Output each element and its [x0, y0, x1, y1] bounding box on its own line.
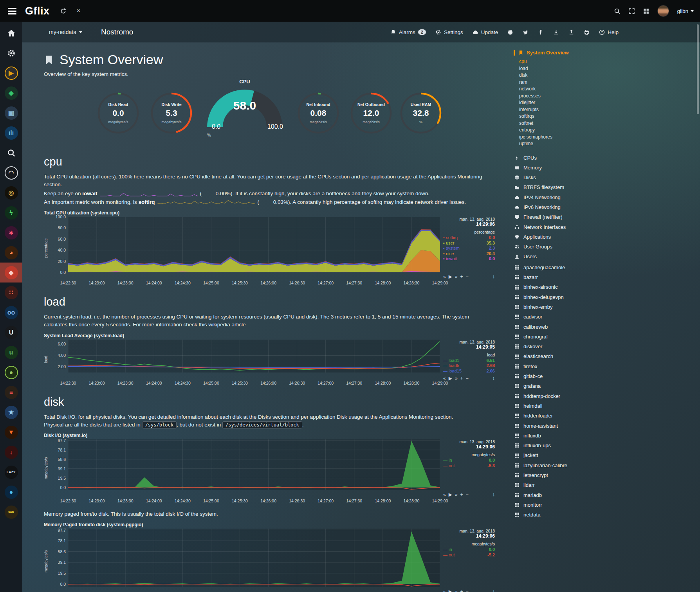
sidebar-app-hddtemp-docker[interactable]: hddtemp-docker — [514, 391, 686, 401]
chart-zoom-in-button[interactable]: + — [460, 376, 463, 381]
sidebar-app-diskover[interactable]: diskover — [514, 342, 686, 351]
netdata-nav-upload[interactable] — [568, 29, 574, 35]
sidebar-section-network-interfaces[interactable]: Network Interfaces — [514, 222, 686, 232]
chart-plot-area[interactable] — [68, 529, 440, 587]
sidebar-app-firefox[interactable]: firefox — [514, 362, 686, 371]
netdata-nav-settings[interactable]: Settings — [435, 29, 463, 35]
sidebar-section-user-groups[interactable]: User Groups — [514, 242, 686, 252]
sidebar-app-search-app[interactable] — [0, 143, 22, 163]
chart-resize-handle[interactable]: ↕ — [493, 588, 495, 592]
chart-zoom-out-button[interactable]: − — [466, 589, 469, 592]
legend-item-in[interactable]: — in0.0 — [443, 458, 495, 463]
legend-item-out[interactable]: — out-5.2 — [443, 552, 495, 558]
netdata-nav-twitter[interactable] — [523, 29, 529, 35]
sidebar-app-chronograf[interactable]: chronograf — [514, 332, 686, 342]
netdata-nav-download[interactable] — [553, 29, 559, 35]
sidebar-app-bolt-app[interactable]: ϟ — [0, 203, 22, 223]
sidebar-app-orange-swirl-app[interactable]: ◕ — [0, 243, 22, 263]
chart-pan-backward-button[interactable]: « — [443, 589, 446, 592]
chart-pan-backward-button[interactable]: « — [443, 376, 446, 381]
sidebar-app-sabnzbd[interactable]: sab — [0, 502, 22, 522]
chart-resize-handle[interactable]: ↕ — [493, 274, 495, 279]
sidebar-sub-idlejitter[interactable]: idlejitter — [519, 99, 686, 106]
sidebar-app-tautulli[interactable]: ▶ — [0, 63, 22, 83]
sidebar-app-settings[interactable] — [0, 43, 22, 63]
netdata-nav-help[interactable]: ?Help — [599, 29, 619, 35]
sidebar-app-unraid[interactable]: U — [0, 322, 22, 342]
sidebar-app-cadvisor[interactable]: cadvisor — [514, 312, 686, 322]
sidebar-app-lazylibrarian[interactable]: LAZY — [0, 462, 22, 482]
server-dropdown[interactable]: my-netdata — [49, 29, 82, 35]
netdata-nav-update[interactable]: Update — [473, 29, 498, 35]
sidebar-app-binhex-airsonic[interactable]: binhex-airsonic — [514, 282, 686, 292]
sidebar-app-pihole[interactable]: ◈ — [0, 263, 22, 283]
fullscreen-button[interactable] — [628, 8, 635, 14]
sidebar-app-apacheguacamole[interactable]: apacheguacamole — [514, 263, 686, 272]
legend-item-load5[interactable]: — load52.68 — [443, 363, 495, 369]
sidebar-sub-softnet[interactable]: softnet — [519, 120, 686, 127]
sidebar-app-lidarr[interactable]: lidarr — [514, 480, 686, 490]
sidebar-app-letsencrypt[interactable]: letsencrypt — [514, 470, 686, 480]
chart-zoom-out-button[interactable]: − — [466, 492, 469, 497]
sidebar-sub-softirqs[interactable]: softirqs — [519, 113, 686, 120]
chart-pan-backward-button[interactable]: « — [443, 492, 446, 497]
netdata-nav-github[interactable] — [507, 29, 513, 35]
chart-zoom-out-button[interactable]: − — [466, 274, 469, 279]
legend-item-user[interactable]: ▪ user35.3 — [443, 241, 495, 246]
sidebar-sub-network[interactable]: network — [519, 86, 686, 93]
legend-item-system[interactable]: ▪ system2.3 — [443, 246, 495, 251]
sidebar-app-airsonic[interactable]: ılı — [0, 123, 22, 143]
chart-play-button[interactable]: ▶ — [449, 589, 452, 592]
sidebar-app-nextcloud[interactable]: oo — [0, 302, 22, 322]
sidebar-app-grafana[interactable]: grafana — [514, 381, 686, 391]
sidebar-sub-ipc-semaphores[interactable]: ipc semaphores — [519, 134, 686, 141]
sidebar-sub-uptime[interactable]: uptime — [519, 140, 686, 148]
legend-item-softirq[interactable]: ▪ softirq0.0 — [443, 235, 495, 241]
sidebar-sub-load[interactable]: load — [519, 65, 686, 72]
sidebar-section-applications[interactable]: Applications — [514, 232, 686, 242]
chart-plot-area[interactable] — [68, 217, 440, 272]
sidebar-section-disks[interactable]: Disks — [514, 173, 686, 182]
chart-resize-handle[interactable]: ↕ — [493, 491, 495, 497]
legend-item-in[interactable]: — in0.0 — [443, 547, 495, 552]
sidebar-sub-ram[interactable]: ram — [519, 79, 686, 86]
chart-zoom-in-button[interactable]: + — [460, 492, 463, 497]
sidebar-app-bars-app[interactable]: ≡ — [0, 382, 22, 402]
search-button[interactable] — [614, 8, 621, 14]
legend-item-load1[interactable]: — load16.51 — [443, 358, 495, 363]
sidebar-app-influxdb[interactable]: influxdb — [514, 431, 686, 441]
chart-zoom-out-button[interactable]: − — [466, 376, 469, 381]
legend-item-load15[interactable]: — load152.06 — [443, 369, 495, 374]
chart-pan-forward-button[interactable]: » — [455, 274, 458, 279]
refresh-button[interactable] — [60, 8, 67, 14]
legend-item-nice[interactable]: ▪ nice20.4 — [443, 251, 495, 257]
gauge-used-ram[interactable]: Used RAM32.8% — [399, 91, 443, 146]
sidebar-section-ipv4-networking[interactable]: IPv4 Networking — [514, 193, 686, 202]
sidebar-app-jackett[interactable]: jackett — [514, 450, 686, 460]
chart-pan-backward-button[interactable]: « — [443, 274, 446, 279]
gauge-disk-write[interactable]: Disk Write5.3megabytes/s — [150, 91, 193, 146]
sidebar-app-gold-ring-app[interactable]: ◎ — [0, 183, 22, 203]
sidebar-app-heimdall[interactable]: heimdall — [514, 401, 686, 411]
sidebar-app-mariadb[interactable]: mariadb — [514, 490, 686, 500]
legend-item-iowait[interactable]: ▪ iowait0.0 — [443, 256, 495, 262]
netdata-nav-alarms[interactable]: Alarms2 — [390, 29, 426, 35]
chart-zoom-in-button[interactable]: + — [460, 589, 463, 592]
gauge-cpu[interactable]: CPU58.00.0100.0% — [206, 79, 284, 137]
chart-pan-forward-button[interactable]: » — [455, 492, 458, 497]
sidebar-sub-cpu[interactable]: cpu — [519, 58, 686, 65]
sidebar-section-ipv6-networking[interactable]: IPv6 Networking — [514, 202, 686, 212]
user-menu[interactable]: gilbn — [677, 8, 694, 14]
chart-zoom-in-button[interactable]: + — [460, 274, 463, 279]
gauge-net-outbound[interactable]: Net Outbound12.0megabits/s — [349, 91, 393, 146]
sidebar-system-overview[interactable]: System Overview — [514, 50, 686, 56]
sidebar-app-red-dots-app[interactable]: ∷ — [0, 283, 22, 302]
sidebar-section-btrfs-filesystem[interactable]: BTRFS filesystem — [514, 182, 686, 192]
sidebar-section-firewall-netfilter-[interactable]: Firewall (netfilter) — [514, 212, 686, 222]
sidebar-app-hiddenloader[interactable]: hiddenloader — [514, 411, 686, 421]
netdata-nav-facebook[interactable] — [538, 29, 544, 35]
gauge-net-inbound[interactable]: Net Inbound0.08megabits/s — [296, 91, 340, 146]
apps-grid-button[interactable] — [643, 8, 649, 14]
sidebar-app-download-app[interactable]: ↓ — [0, 442, 22, 462]
netdata-nav-print[interactable] — [584, 29, 590, 35]
